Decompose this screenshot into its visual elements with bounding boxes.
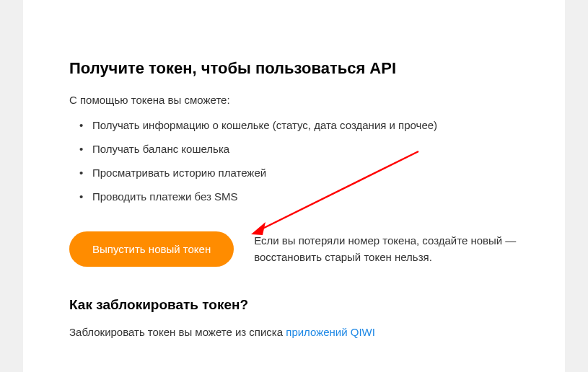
- block-text-prefix: Заблокировать токен вы можете из списка: [69, 326, 286, 338]
- content-card: Получите токен, чтобы пользоваться API С…: [23, 0, 565, 372]
- action-row: Выпустить новый токен Если вы потеряли н…: [69, 231, 519, 267]
- list-item: Получать баланс кошелька: [69, 143, 519, 155]
- block-text: Заблокировать токен вы можете из списка …: [69, 326, 519, 338]
- main-heading: Получите токен, чтобы пользоваться API: [69, 59, 519, 78]
- capabilities-list: Получать информацию о кошельке (статус, …: [69, 119, 519, 203]
- issue-new-token-button[interactable]: Выпустить новый токен: [69, 231, 234, 267]
- qiwi-apps-link[interactable]: приложений QIWI: [286, 326, 375, 338]
- token-note: Если вы потеряли номер токена, создайте …: [254, 233, 519, 265]
- intro-text: С помощью токена вы сможете:: [69, 94, 519, 106]
- list-item: Получать информацию о кошельке (статус, …: [69, 119, 519, 131]
- list-item: Проводить платежи без SMS: [69, 190, 519, 203]
- list-item: Просматривать историю платежей: [69, 167, 519, 179]
- block-heading: Как заблокировать токен?: [69, 297, 519, 313]
